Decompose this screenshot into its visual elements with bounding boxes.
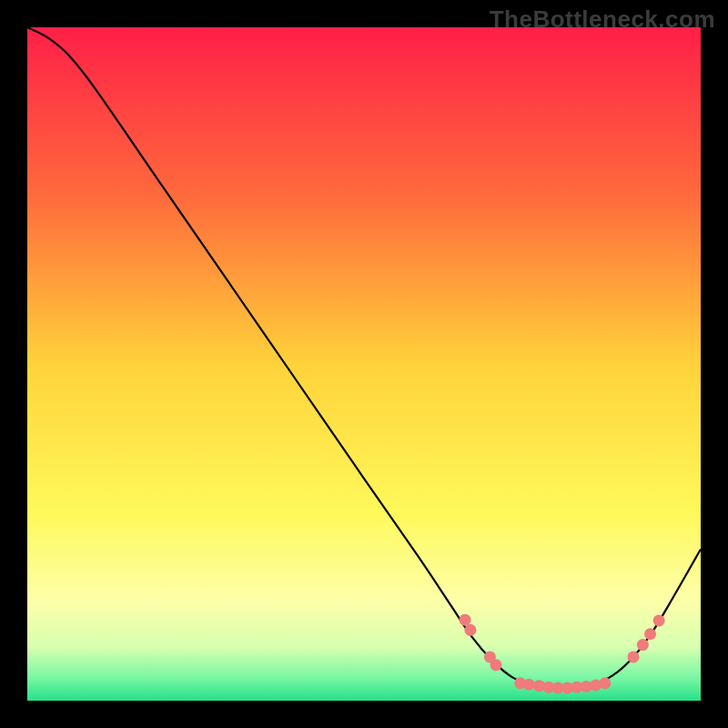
- marker-dot: [644, 628, 656, 640]
- attribution-label: TheBottleneck.com: [490, 5, 715, 34]
- marker-dot: [464, 624, 476, 636]
- marker-dot: [628, 651, 640, 662]
- marker-dot: [460, 614, 471, 626]
- marker-dot: [637, 639, 649, 651]
- marker-dot: [523, 679, 535, 691]
- marker-dot: [599, 677, 611, 689]
- chart-frame: TheBottleneck.com: [0, 0, 728, 728]
- plot-background: [27, 27, 701, 701]
- marker-dot: [490, 659, 502, 671]
- bottleneck-chart: [0, 0, 728, 728]
- marker-dot: [653, 614, 665, 626]
